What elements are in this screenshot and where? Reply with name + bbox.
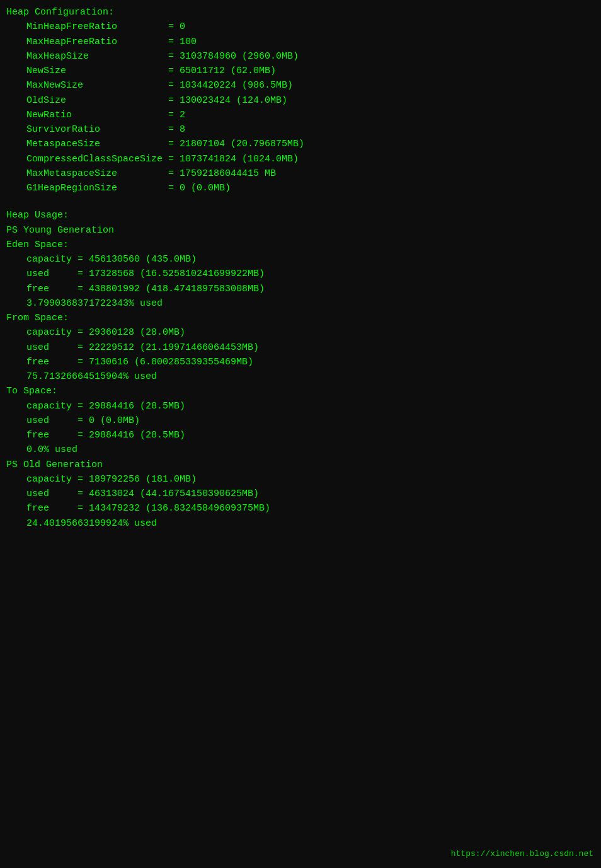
terminal-line: NewRatio = 2 (6, 108, 595, 122)
terminal-line: PS Old Generation (6, 458, 595, 472)
watermark: https://xinchen.blog.csdn.net (451, 848, 593, 860)
terminal-line: free = 438801992 (418.4741897583008MB) (6, 282, 595, 296)
terminal-line: SurvivorRatio = 8 (6, 122, 595, 137)
terminal-line: 3.7990368371722343% used (6, 296, 595, 311)
terminal-line: From Space: (6, 311, 595, 325)
terminal-line: MaxHeapSize = 3103784960 (2960.0MB) (6, 49, 595, 64)
terminal-line: OldSize = 130023424 (124.0MB) (6, 93, 595, 108)
terminal-line: MinHeapFreeRatio = 0 (6, 20, 595, 34)
terminal-line: Eden Space: (6, 238, 595, 252)
terminal-line: capacity = 29884416 (28.5MB) (6, 399, 595, 414)
terminal-line: free = 7130616 (6.800285339355469MB) (6, 355, 595, 369)
terminal-line: 0.0% used (6, 443, 595, 457)
terminal-line: used = 46313024 (44.16754150390625MB) (6, 487, 595, 501)
terminal-line: used = 0 (0.0MB) (6, 414, 595, 428)
terminal-output: Heap Configuration:MinHeapFreeRatio = 0M… (6, 5, 595, 531)
terminal-line: Heap Usage: (6, 208, 595, 223)
terminal-line: Heap Configuration: (6, 5, 595, 20)
terminal-line: used = 22229512 (21.19971466064453MB) (6, 340, 595, 355)
terminal-line: free = 29884416 (28.5MB) (6, 428, 595, 443)
terminal-line: MaxNewSize = 1034420224 (986.5MB) (6, 78, 595, 93)
terminal-line: PS Young Generation (6, 223, 595, 238)
terminal-line: 75.71326664515904% used (6, 369, 595, 384)
terminal-line: MaxHeapFreeRatio = 100 (6, 35, 595, 49)
terminal-line: MaxMetaspaceSize = 17592186044415 MB (6, 166, 595, 181)
terminal-line: capacity = 189792256 (181.0MB) (6, 472, 595, 487)
terminal-line: NewSize = 65011712 (62.0MB) (6, 64, 595, 78)
terminal-line: 24.40195663199924% used (6, 516, 595, 531)
terminal-line: capacity = 456130560 (435.0MB) (6, 252, 595, 267)
terminal-line: capacity = 29360128 (28.0MB) (6, 325, 595, 340)
blank-line (6, 195, 595, 208)
terminal-line: To Space: (6, 384, 595, 398)
terminal-line: G1HeapRegionSize = 0 (0.0MB) (6, 181, 595, 195)
terminal-line: free = 143479232 (136.83245849609375MB) (6, 501, 595, 516)
terminal-line: MetaspaceSize = 21807104 (20.796875MB) (6, 137, 595, 151)
terminal-line: CompressedClassSpaceSize = 1073741824 (1… (6, 152, 595, 166)
terminal-line: used = 17328568 (16.525810241699922MB) (6, 267, 595, 281)
